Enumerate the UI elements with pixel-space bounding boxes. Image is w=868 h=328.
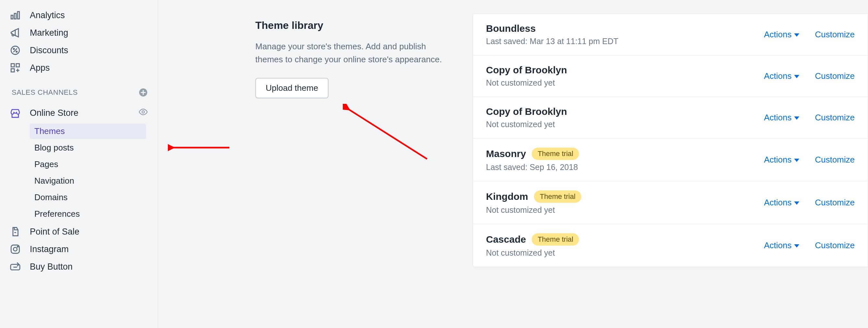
nav-marketing[interactable]: Marketing [0,24,158,42]
theme-info: Copy of BrooklynNot customized yet [486,64,567,88]
buy-button-icon [10,261,21,272]
svg-rect-7 [16,63,20,67]
theme-library-title: Theme library [255,20,456,31]
apps-icon [10,62,21,73]
theme-title-line: Copy of Brooklyn [486,64,567,76]
theme-list-card: BoundlessLast saved: Mar 13 at 11:11 pm … [473,13,868,267]
actions-dropdown[interactable]: Actions [764,29,799,39]
subnav-preferences[interactable]: Preferences [30,206,146,222]
online-store-subnav: Themes Blog posts Pages Navigation Domai… [0,124,158,222]
theme-row: KingdomTheme trialNot customized yetActi… [473,181,868,224]
theme-title-line: Boundless [486,23,619,34]
theme-subtitle: Last saved: Sep 16, 2018 [486,163,579,172]
theme-subtitle: Last saved: Mar 13 at 11:11 pm EDT [486,37,619,46]
actions-label: Actions [764,113,792,122]
nav-label: Discounts [30,46,68,55]
theme-actions: ActionsCustomize [764,113,855,122]
subnav-pages[interactable]: Pages [30,157,146,172]
theme-name: Boundless [486,23,535,34]
theme-library-description: Manage your store's themes. Add and publ… [255,40,443,66]
theme-name: Kingdom [486,191,528,202]
theme-info: BoundlessLast saved: Mar 13 at 11:11 pm … [486,23,619,46]
svg-rect-2 [18,12,20,19]
actions-dropdown[interactable]: Actions [764,240,799,250]
svg-point-4 [13,48,14,49]
subnav-domains[interactable]: Domains [30,190,146,205]
section-label: SALES CHANNELS [12,88,78,97]
theme-subtitle: Not customized yet [486,78,567,88]
channel-pos[interactable]: Point of Sale [0,223,158,240]
svg-point-5 [16,51,17,52]
channel-label: Buy Button [30,262,72,272]
channel-label: Online Store [30,108,79,118]
customize-link[interactable]: Customize [815,29,855,39]
svg-rect-8 [11,69,14,72]
add-channel-icon[interactable] [138,88,148,97]
nav-analytics[interactable]: Analytics [0,6,158,24]
eye-icon[interactable] [138,107,148,119]
channel-instagram[interactable]: Instagram [0,240,158,258]
subnav-navigation[interactable]: Navigation [30,173,146,189]
subnav-blog-posts[interactable]: Blog posts [30,140,146,156]
actions-label: Actions [764,71,792,81]
theme-actions: ActionsCustomize [764,240,855,250]
store-icon [10,108,21,119]
channel-buy-button[interactable]: Buy Button [0,258,158,275]
actions-dropdown[interactable]: Actions [764,155,799,165]
pos-icon [10,226,21,237]
actions-label: Actions [764,29,792,39]
customize-link[interactable]: Customize [815,71,855,81]
theme-subtitle: Not customized yet [486,206,581,215]
megaphone-icon [10,27,21,38]
theme-info: Copy of BrooklynNot customized yet [486,106,567,129]
subnav-themes[interactable]: Themes [30,124,146,139]
caret-down-icon [794,33,799,37]
nav-label: Marketing [30,28,68,38]
nav-label: Analytics [30,10,65,21]
customize-link[interactable]: Customize [815,113,855,122]
theme-trial-badge: Theme trial [532,233,579,246]
theme-actions: ActionsCustomize [764,71,855,81]
customize-link[interactable]: Customize [815,155,855,165]
theme-trial-badge: Theme trial [534,190,581,203]
svg-point-12 [13,247,17,251]
nav-discounts[interactable]: Discounts [0,42,158,59]
theme-info: KingdomTheme trialNot customized yet [486,190,581,215]
customize-link[interactable]: Customize [815,198,855,208]
sidebar: Analytics Marketing Discounts Apps SALES… [0,0,158,328]
svg-rect-1 [14,13,16,19]
caret-down-icon [794,244,799,248]
theme-title-line: KingdomTheme trial [486,190,581,203]
main-content: Theme library Manage your store's themes… [158,0,868,328]
caret-down-icon [794,201,799,205]
discount-icon [10,45,21,56]
customize-link[interactable]: Customize [815,240,855,250]
theme-info: MasonryTheme trialLast saved: Sep 16, 20… [486,147,579,172]
upload-theme-button[interactable]: Upload theme [255,78,329,98]
actions-label: Actions [764,198,792,208]
theme-row: Copy of BrooklynNot customized yetAction… [473,97,868,139]
channel-label: Instagram [30,244,69,254]
caret-down-icon [794,75,799,78]
nav-apps[interactable]: Apps [0,59,158,77]
theme-subtitle: Not customized yet [486,248,579,257]
actions-dropdown[interactable]: Actions [764,113,799,122]
channel-online-store[interactable]: Online Store [0,104,158,122]
theme-library-panel: Theme library Manage your store's themes… [255,20,456,328]
theme-row: MasonryTheme trialLast saved: Sep 16, 20… [473,139,868,181]
theme-name: Masonry [486,148,526,159]
actions-dropdown[interactable]: Actions [764,71,799,81]
theme-name: Copy of Brooklyn [486,64,567,76]
theme-title-line: MasonryTheme trial [486,147,579,160]
theme-actions: ActionsCustomize [764,155,855,165]
theme-row: CascadeTheme trialNot customized yetActi… [473,224,868,267]
theme-title-line: CascadeTheme trial [486,233,579,246]
nav-label: Apps [30,63,50,73]
theme-subtitle: Not customized yet [486,120,567,129]
theme-actions: ActionsCustomize [764,198,855,208]
theme-actions: ActionsCustomize [764,29,855,39]
actions-dropdown[interactable]: Actions [764,198,799,208]
instagram-icon [10,244,21,255]
svg-rect-0 [11,15,13,19]
sales-channels-header: SALES CHANNELS [0,77,158,104]
